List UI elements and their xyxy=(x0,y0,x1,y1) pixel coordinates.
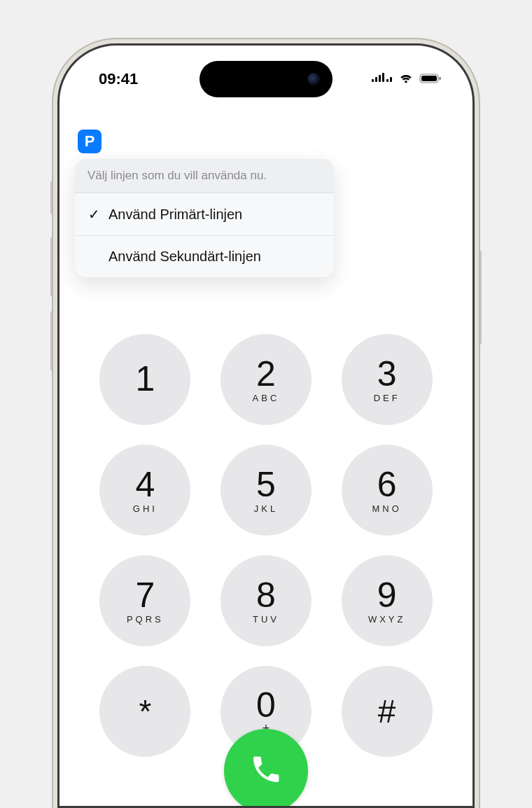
line-selector-badge[interactable]: P xyxy=(78,130,102,153)
use-secondary-line-option[interactable]: Använd Sekundärt-linjen xyxy=(75,236,334,277)
wifi-icon xyxy=(398,70,414,88)
volume-up-button[interactable] xyxy=(50,237,55,297)
secondary-line-label: Använd Sekundärt-linjen xyxy=(108,249,261,265)
status-bar: 09:41 xyxy=(59,65,472,93)
svg-rect-1 xyxy=(375,77,377,82)
key-7[interactable]: 7 PQRS xyxy=(99,555,190,646)
svg-rect-3 xyxy=(382,73,384,82)
use-primary-line-option[interactable]: ✓ Använd Primärt-linjen xyxy=(75,193,334,236)
battery-icon xyxy=(419,70,442,88)
svg-rect-5 xyxy=(390,77,392,82)
key-8[interactable]: 8 TUV xyxy=(220,555,312,646)
key-5[interactable]: 5 JKL xyxy=(220,445,312,536)
key-4[interactable]: 4 GHI xyxy=(99,445,190,536)
svg-rect-0 xyxy=(372,79,374,82)
key-6[interactable]: 6 MNO xyxy=(342,445,433,536)
popover-title: Välj linjen som du vill använda nu. xyxy=(75,159,334,193)
key-3[interactable]: 3 DEF xyxy=(342,334,433,425)
checkmark-icon: ✓ xyxy=(86,206,102,223)
key-2[interactable]: 2 ABC xyxy=(220,334,312,425)
svg-rect-4 xyxy=(386,79,388,82)
dialer-keypad: 1 2 ABC 3 DEF 4 GHI 5 JKL 6 MNO xyxy=(98,334,434,757)
dialer-screen: P Välj linjen som du vill använda nu. ✓ … xyxy=(59,116,472,806)
svg-rect-7 xyxy=(421,76,437,81)
side-power-button[interactable] xyxy=(477,251,482,344)
phone-icon xyxy=(249,753,283,789)
key-1[interactable]: 1 xyxy=(99,334,190,425)
call-button[interactable] xyxy=(224,729,308,808)
primary-line-label: Använd Primärt-linjen xyxy=(108,207,242,223)
status-time: 09:41 xyxy=(99,70,138,88)
svg-rect-2 xyxy=(379,75,381,82)
mute-switch[interactable] xyxy=(50,181,55,214)
phone-frame: 09:41 xyxy=(57,43,475,808)
line-selector-popover: Välj linjen som du vill använda nu. ✓ An… xyxy=(75,159,334,277)
volume-down-button[interactable] xyxy=(50,311,55,371)
key-9[interactable]: 9 WXYZ xyxy=(342,555,433,646)
dual-sim-signal-icon xyxy=(372,70,393,88)
svg-rect-8 xyxy=(440,77,441,80)
